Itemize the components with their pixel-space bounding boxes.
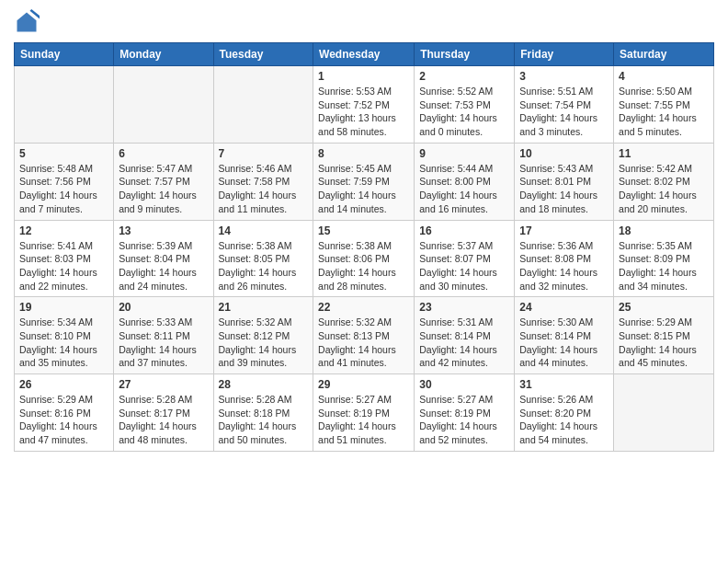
calendar-cell: 6Sunrise: 5:47 AM Sunset: 7:57 PM Daylig…	[114, 143, 213, 220]
day-info: Sunrise: 5:27 AM Sunset: 8:19 PM Dayligh…	[318, 393, 409, 447]
day-info: Sunrise: 5:26 AM Sunset: 8:20 PM Dayligh…	[519, 393, 609, 447]
day-number: 29	[318, 378, 409, 391]
calendar-cell: 28Sunrise: 5:28 AM Sunset: 8:18 PM Dayli…	[213, 374, 313, 452]
day-info: Sunrise: 5:33 AM Sunset: 8:11 PM Dayligh…	[119, 316, 208, 370]
calendar-cell: 31Sunrise: 5:26 AM Sunset: 8:20 PM Dayli…	[515, 374, 614, 452]
day-number: 14	[219, 224, 309, 237]
calendar-cell: 29Sunrise: 5:27 AM Sunset: 8:19 PM Dayli…	[313, 374, 415, 452]
day-info: Sunrise: 5:35 AM Sunset: 8:09 PM Dayligh…	[619, 239, 709, 293]
day-number: 13	[119, 224, 208, 237]
calendar-cell: 21Sunrise: 5:32 AM Sunset: 8:12 PM Dayli…	[213, 297, 313, 374]
day-number: 9	[419, 147, 509, 160]
calendar-cell: 24Sunrise: 5:30 AM Sunset: 8:14 PM Dayli…	[515, 297, 614, 374]
calendar-cell: 1Sunrise: 5:53 AM Sunset: 7:52 PM Daylig…	[313, 66, 415, 144]
calendar-cell: 13Sunrise: 5:39 AM Sunset: 8:04 PM Dayli…	[114, 220, 213, 297]
day-info: Sunrise: 5:41 AM Sunset: 8:03 PM Dayligh…	[19, 239, 108, 293]
calendar-cell: 7Sunrise: 5:46 AM Sunset: 7:58 PM Daylig…	[213, 143, 313, 220]
page-header	[14, 9, 714, 35]
calendar-cell: 19Sunrise: 5:34 AM Sunset: 8:10 PM Dayli…	[15, 297, 114, 374]
day-number: 30	[419, 378, 509, 391]
calendar-cell: 2Sunrise: 5:52 AM Sunset: 7:53 PM Daylig…	[415, 66, 515, 144]
day-info: Sunrise: 5:32 AM Sunset: 8:13 PM Dayligh…	[318, 316, 409, 370]
day-info: Sunrise: 5:51 AM Sunset: 7:54 PM Dayligh…	[519, 85, 609, 139]
calendar-header-friday: Friday	[515, 43, 614, 66]
day-info: Sunrise: 5:50 AM Sunset: 7:55 PM Dayligh…	[619, 85, 709, 139]
calendar-header-tuesday: Tuesday	[213, 43, 313, 66]
calendar-cell: 12Sunrise: 5:41 AM Sunset: 8:03 PM Dayli…	[15, 220, 114, 297]
calendar-header-row: SundayMondayTuesdayWednesdayThursdayFrid…	[15, 43, 714, 66]
calendar-header-sunday: Sunday	[15, 43, 114, 66]
calendar-week-1: 1Sunrise: 5:53 AM Sunset: 7:52 PM Daylig…	[15, 66, 714, 144]
calendar-cell: 18Sunrise: 5:35 AM Sunset: 8:09 PM Dayli…	[614, 220, 714, 297]
calendar-cell: 27Sunrise: 5:28 AM Sunset: 8:17 PM Dayli…	[114, 374, 213, 452]
day-number: 16	[419, 224, 509, 237]
calendar-week-3: 12Sunrise: 5:41 AM Sunset: 8:03 PM Dayli…	[15, 220, 714, 297]
calendar-week-4: 19Sunrise: 5:34 AM Sunset: 8:10 PM Dayli…	[15, 297, 714, 374]
calendar-cell: 8Sunrise: 5:45 AM Sunset: 7:59 PM Daylig…	[313, 143, 415, 220]
day-number: 19	[19, 301, 108, 314]
day-number: 17	[519, 224, 609, 237]
logo-icon	[14, 9, 40, 35]
calendar-cell: 25Sunrise: 5:29 AM Sunset: 8:15 PM Dayli…	[614, 297, 714, 374]
calendar-cell	[15, 66, 114, 144]
day-number: 1	[318, 70, 409, 83]
calendar-cell	[213, 66, 313, 144]
day-info: Sunrise: 5:28 AM Sunset: 8:17 PM Dayligh…	[119, 393, 208, 447]
day-number: 18	[619, 224, 709, 237]
day-info: Sunrise: 5:38 AM Sunset: 8:06 PM Dayligh…	[318, 239, 409, 293]
calendar-cell: 15Sunrise: 5:38 AM Sunset: 8:06 PM Dayli…	[313, 220, 415, 297]
day-number: 5	[19, 147, 108, 160]
day-number: 28	[219, 378, 309, 391]
day-number: 22	[318, 301, 409, 314]
day-info: Sunrise: 5:36 AM Sunset: 8:08 PM Dayligh…	[519, 239, 609, 293]
logo	[14, 9, 43, 35]
calendar-table: SundayMondayTuesdayWednesdayThursdayFrid…	[14, 42, 714, 452]
day-number: 25	[619, 301, 709, 314]
day-number: 23	[419, 301, 509, 314]
calendar-header-thursday: Thursday	[415, 43, 515, 66]
calendar-header-wednesday: Wednesday	[313, 43, 415, 66]
day-info: Sunrise: 5:28 AM Sunset: 8:18 PM Dayligh…	[219, 393, 309, 447]
calendar-cell	[114, 66, 213, 144]
day-number: 26	[19, 378, 108, 391]
day-info: Sunrise: 5:44 AM Sunset: 8:00 PM Dayligh…	[419, 162, 509, 216]
day-number: 21	[219, 301, 309, 314]
day-number: 2	[419, 70, 509, 83]
calendar-week-5: 26Sunrise: 5:29 AM Sunset: 8:16 PM Dayli…	[15, 374, 714, 452]
day-info: Sunrise: 5:52 AM Sunset: 7:53 PM Dayligh…	[419, 85, 509, 139]
day-info: Sunrise: 5:53 AM Sunset: 7:52 PM Dayligh…	[318, 85, 409, 139]
day-number: 11	[619, 147, 709, 160]
day-number: 6	[119, 147, 208, 160]
day-number: 31	[519, 378, 609, 391]
day-info: Sunrise: 5:38 AM Sunset: 8:05 PM Dayligh…	[219, 239, 309, 293]
day-info: Sunrise: 5:27 AM Sunset: 8:19 PM Dayligh…	[419, 393, 509, 447]
calendar-cell: 17Sunrise: 5:36 AM Sunset: 8:08 PM Dayli…	[515, 220, 614, 297]
day-info: Sunrise: 5:31 AM Sunset: 8:14 PM Dayligh…	[419, 316, 509, 370]
day-info: Sunrise: 5:29 AM Sunset: 8:15 PM Dayligh…	[619, 316, 709, 370]
calendar-header-saturday: Saturday	[614, 43, 714, 66]
day-number: 4	[619, 70, 709, 83]
calendar-cell: 10Sunrise: 5:43 AM Sunset: 8:01 PM Dayli…	[515, 143, 614, 220]
day-info: Sunrise: 5:29 AM Sunset: 8:16 PM Dayligh…	[19, 393, 108, 447]
day-info: Sunrise: 5:42 AM Sunset: 8:02 PM Dayligh…	[619, 162, 709, 216]
day-number: 20	[119, 301, 208, 314]
day-number: 10	[519, 147, 609, 160]
day-info: Sunrise: 5:39 AM Sunset: 8:04 PM Dayligh…	[119, 239, 208, 293]
svg-marker-0	[17, 13, 37, 32]
day-number: 7	[219, 147, 309, 160]
day-info: Sunrise: 5:45 AM Sunset: 7:59 PM Dayligh…	[318, 162, 409, 216]
day-number: 15	[318, 224, 409, 237]
calendar-header-monday: Monday	[114, 43, 213, 66]
calendar-cell: 16Sunrise: 5:37 AM Sunset: 8:07 PM Dayli…	[415, 220, 515, 297]
day-info: Sunrise: 5:43 AM Sunset: 8:01 PM Dayligh…	[519, 162, 609, 216]
calendar-cell: 5Sunrise: 5:48 AM Sunset: 7:56 PM Daylig…	[15, 143, 114, 220]
day-number: 12	[19, 224, 108, 237]
calendar-cell: 3Sunrise: 5:51 AM Sunset: 7:54 PM Daylig…	[515, 66, 614, 144]
day-info: Sunrise: 5:37 AM Sunset: 8:07 PM Dayligh…	[419, 239, 509, 293]
day-info: Sunrise: 5:30 AM Sunset: 8:14 PM Dayligh…	[519, 316, 609, 370]
calendar-cell	[614, 374, 714, 452]
day-number: 27	[119, 378, 208, 391]
calendar-cell: 9Sunrise: 5:44 AM Sunset: 8:00 PM Daylig…	[415, 143, 515, 220]
calendar-cell: 22Sunrise: 5:32 AM Sunset: 8:13 PM Dayli…	[313, 297, 415, 374]
day-info: Sunrise: 5:34 AM Sunset: 8:10 PM Dayligh…	[19, 316, 108, 370]
